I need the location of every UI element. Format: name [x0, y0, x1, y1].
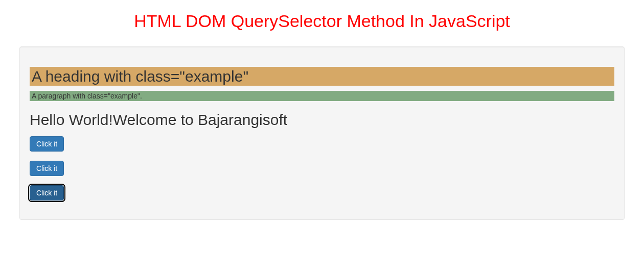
example-paragraph: A paragraph with class="example". — [30, 91, 614, 101]
example-heading: A heading with class="example" — [30, 67, 614, 86]
page-title: HTML DOM QuerySelector Method In JavaScr… — [0, 11, 644, 31]
click-button-3[interactable]: Click it — [30, 185, 64, 201]
content-well: A heading with class="example" A paragra… — [19, 46, 625, 220]
sub-heading: Hello World!Welcome to Bajarangisoft — [30, 111, 614, 128]
click-button-2[interactable]: Click it — [30, 161, 64, 176]
click-button-1[interactable]: Click it — [30, 136, 64, 152]
